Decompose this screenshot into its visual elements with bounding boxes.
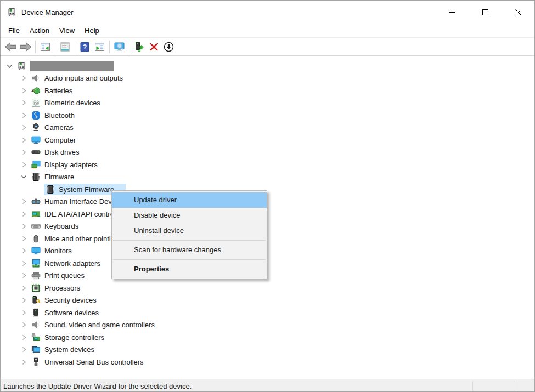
tree-item-biometric-devices[interactable]: Biometric devices (1, 97, 534, 110)
status-text: Launches the Update Driver Wizard for th… (1, 382, 192, 390)
action-pane-icon (94, 41, 105, 53)
context-menu-item-scan-for-hardware-changes[interactable]: Scan for hardware changes (112, 242, 267, 258)
menubar-item-help[interactable]: Help (80, 25, 104, 36)
tree-item-keyboards[interactable]: Keyboards (1, 220, 534, 233)
tree-item-sound-video-and-game-controllers[interactable]: Sound, video and game controllers (1, 319, 534, 332)
tree-item-print-queues[interactable]: Print queues (1, 270, 534, 282)
tree-item-label: Firmware (44, 173, 74, 181)
status-bar-divider (472, 381, 473, 391)
context-menu-item-uninstall-device[interactable]: Uninstall device (112, 223, 267, 238)
camera-icon (31, 123, 41, 133)
tree-item-mice-and-other-pointing-devices[interactable]: Mice and other pointing devices (1, 232, 534, 245)
chevron-right-icon[interactable] (19, 135, 29, 145)
chevron-right-icon[interactable] (19, 333, 29, 342)
chevron-right-icon[interactable] (19, 221, 29, 231)
speaker-icon (31, 73, 41, 83)
chevron-down-icon[interactable] (19, 172, 29, 181)
keyboard-icon (31, 221, 41, 231)
tree-item-software-devices[interactable]: Software devices (1, 306, 534, 319)
tree-item-security-devices[interactable]: Security devices (1, 294, 534, 307)
help-icon: ? (79, 41, 91, 53)
back-arrow-button[interactable] (3, 39, 18, 54)
tree-item-storage-controllers[interactable]: Storage controllers (1, 331, 534, 344)
close-button[interactable] (502, 1, 534, 24)
tree-item-universal-serial-bus-controllers[interactable]: Universal Serial Bus controllers (1, 356, 534, 368)
chevron-right-icon[interactable] (19, 73, 29, 83)
tree-item-disk-drives[interactable]: Disk drives (1, 146, 534, 159)
software-device-icon (31, 308, 41, 317)
tree-item-network-adapters[interactable]: Network adapters (1, 257, 534, 270)
chevron-right-icon[interactable] (19, 345, 29, 354)
tree-item-audio-inputs-and-outputs[interactable]: Audio inputs and outputs (1, 72, 534, 85)
tree-item-label: Computer (44, 136, 76, 144)
chevron-right-icon[interactable] (19, 357, 29, 367)
forward-arrow-button[interactable] (18, 39, 33, 54)
action-pane-button[interactable] (92, 39, 107, 54)
chevron-right-icon[interactable] (19, 296, 29, 305)
tree-item-batteries[interactable]: Batteries (1, 84, 534, 97)
window-controls (436, 1, 534, 24)
menubar-item-action[interactable]: Action (25, 25, 54, 36)
uninstall-device-button[interactable] (147, 39, 161, 54)
chevron-right-icon[interactable] (19, 147, 29, 157)
chevron-right-icon[interactable] (19, 320, 29, 329)
tree-item-human-interface-devices[interactable]: Human Interface Devices (1, 196, 534, 208)
chevron-right-icon[interactable] (19, 246, 29, 255)
context-menu-item-update-driver[interactable]: Update driver (112, 192, 267, 208)
chevron-right-icon[interactable] (19, 123, 29, 132)
tree-item-label: Keyboards (44, 222, 78, 230)
tree-item-processors[interactable]: Processors (1, 282, 534, 294)
disable-device-icon (163, 41, 174, 53)
tree-item-system-devices[interactable]: System devices (1, 344, 534, 356)
monitor-icon (31, 246, 41, 256)
printer-icon (31, 271, 41, 281)
tree-item-label: Storage controllers (44, 333, 104, 342)
tree-item-label: Batteries (44, 87, 72, 95)
chevron-right-icon[interactable] (19, 209, 29, 219)
tree-item-label: Processors (44, 284, 80, 292)
maximize-button[interactable] (469, 1, 502, 24)
chevron-right-icon[interactable] (19, 308, 29, 317)
chevron-right-icon[interactable] (19, 271, 29, 280)
tree-item-label: Monitors (44, 247, 72, 255)
tree-item-computer[interactable]: Computer (1, 134, 534, 146)
context-menu-separator (113, 259, 266, 260)
menubar-item-view[interactable]: View (54, 25, 80, 36)
device-tree: Audio inputs and outputsBatteriesBiometr… (1, 56, 534, 379)
tree-item-bluetooth[interactable]: Bluetooth (1, 109, 534, 122)
toolbar-separator (75, 41, 75, 53)
status-bar-divider (514, 381, 514, 391)
show-console-tree-button[interactable] (38, 39, 53, 54)
chevron-down-icon[interactable] (5, 61, 14, 71)
chevron-right-icon[interactable] (19, 160, 29, 169)
usb-icon (31, 357, 41, 367)
menubar-item-file[interactable]: File (3, 25, 25, 36)
toolbar-separator (35, 41, 36, 53)
chevron-right-icon[interactable] (19, 197, 29, 206)
tree-item-cameras[interactable]: Cameras (1, 122, 534, 134)
ide-controller-icon (31, 209, 41, 219)
tree-item-monitors[interactable]: Monitors (1, 245, 534, 258)
tree-item-firmware[interactable]: Firmware (1, 171, 534, 184)
chevron-right-icon[interactable] (19, 283, 29, 293)
context-menu-item-properties[interactable]: Properties (112, 262, 267, 277)
disable-device-button[interactable] (161, 39, 176, 54)
update-driver-button[interactable] (132, 39, 147, 54)
tree-item-system-firmware[interactable]: System Firmware (1, 183, 534, 196)
help-button[interactable]: ? (77, 39, 92, 54)
chevron-right-icon[interactable] (19, 86, 29, 95)
properties-window-button[interactable] (58, 39, 72, 54)
properties-window-icon (59, 41, 71, 53)
tree-item-display-adapters[interactable]: Display adapters (1, 158, 534, 171)
tree-item-ide-ata-atapi-controllers[interactable]: IDE ATA/ATAPI controllers (1, 208, 534, 220)
display-adapter-icon (31, 160, 41, 169)
scan-hardware-changes-button[interactable] (112, 39, 127, 54)
battery-icon (31, 86, 41, 95)
chevron-right-icon[interactable] (19, 111, 29, 120)
chevron-right-icon[interactable] (19, 259, 29, 268)
context-menu-item-disable-device[interactable]: Disable device (112, 208, 267, 223)
tree-item-computer-root[interactable] (1, 60, 534, 72)
chevron-right-icon[interactable] (19, 98, 29, 107)
chevron-right-icon[interactable] (19, 234, 29, 243)
minimize-button[interactable] (436, 1, 469, 24)
